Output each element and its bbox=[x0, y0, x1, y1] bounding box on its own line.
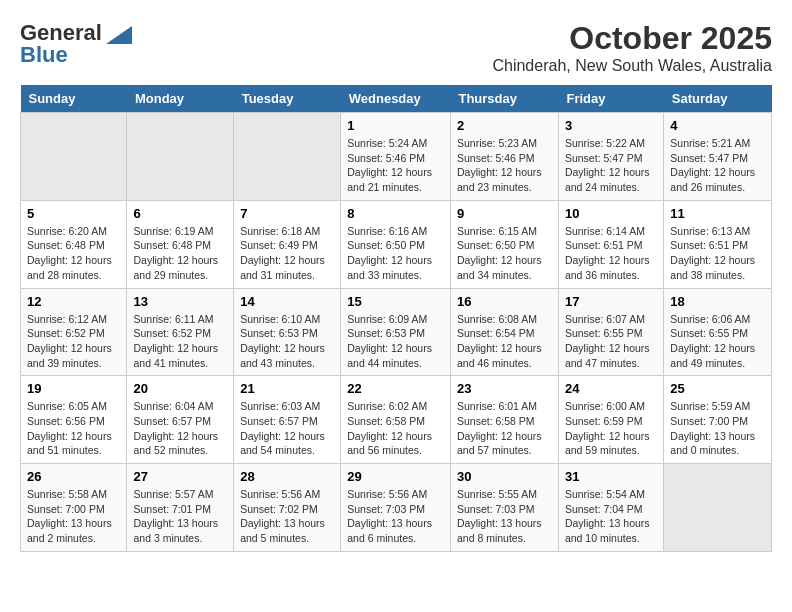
day-info: Sunrise: 6:07 AM Sunset: 6:55 PM Dayligh… bbox=[565, 312, 657, 371]
weekday-header-wednesday: Wednesday bbox=[341, 85, 451, 113]
day-info: Sunrise: 6:08 AM Sunset: 6:54 PM Dayligh… bbox=[457, 312, 552, 371]
weekday-header-friday: Friday bbox=[558, 85, 663, 113]
day-number: 28 bbox=[240, 469, 334, 484]
day-number: 2 bbox=[457, 118, 552, 133]
day-info: Sunrise: 5:57 AM Sunset: 7:01 PM Dayligh… bbox=[133, 487, 227, 546]
calendar-cell: 2Sunrise: 5:23 AM Sunset: 5:46 PM Daylig… bbox=[450, 113, 558, 201]
day-number: 17 bbox=[565, 294, 657, 309]
calendar-cell: 9Sunrise: 6:15 AM Sunset: 6:50 PM Daylig… bbox=[450, 200, 558, 288]
calendar-cell: 31Sunrise: 5:54 AM Sunset: 7:04 PM Dayli… bbox=[558, 464, 663, 552]
day-info: Sunrise: 6:19 AM Sunset: 6:48 PM Dayligh… bbox=[133, 224, 227, 283]
calendar-cell: 28Sunrise: 5:56 AM Sunset: 7:02 PM Dayli… bbox=[234, 464, 341, 552]
day-info: Sunrise: 6:09 AM Sunset: 6:53 PM Dayligh… bbox=[347, 312, 444, 371]
day-info: Sunrise: 6:03 AM Sunset: 6:57 PM Dayligh… bbox=[240, 399, 334, 458]
weekday-header-row: SundayMondayTuesdayWednesdayThursdayFrid… bbox=[21, 85, 772, 113]
logo: General Blue bbox=[20, 20, 134, 68]
day-number: 24 bbox=[565, 381, 657, 396]
day-number: 22 bbox=[347, 381, 444, 396]
day-number: 8 bbox=[347, 206, 444, 221]
day-info: Sunrise: 5:21 AM Sunset: 5:47 PM Dayligh… bbox=[670, 136, 765, 195]
day-number: 4 bbox=[670, 118, 765, 133]
calendar-week-3: 12Sunrise: 6:12 AM Sunset: 6:52 PM Dayli… bbox=[21, 288, 772, 376]
weekday-header-thursday: Thursday bbox=[450, 85, 558, 113]
day-info: Sunrise: 5:23 AM Sunset: 5:46 PM Dayligh… bbox=[457, 136, 552, 195]
day-info: Sunrise: 6:14 AM Sunset: 6:51 PM Dayligh… bbox=[565, 224, 657, 283]
day-number: 12 bbox=[27, 294, 120, 309]
day-number: 6 bbox=[133, 206, 227, 221]
calendar-cell: 19Sunrise: 6:05 AM Sunset: 6:56 PM Dayli… bbox=[21, 376, 127, 464]
day-info: Sunrise: 6:12 AM Sunset: 6:52 PM Dayligh… bbox=[27, 312, 120, 371]
day-number: 5 bbox=[27, 206, 120, 221]
day-number: 14 bbox=[240, 294, 334, 309]
calendar-cell: 23Sunrise: 6:01 AM Sunset: 6:58 PM Dayli… bbox=[450, 376, 558, 464]
page-subtitle: Chinderah, New South Wales, Australia bbox=[492, 57, 772, 75]
calendar-cell: 17Sunrise: 6:07 AM Sunset: 6:55 PM Dayli… bbox=[558, 288, 663, 376]
logo-icon bbox=[104, 22, 134, 44]
calendar-cell bbox=[21, 113, 127, 201]
day-info: Sunrise: 6:18 AM Sunset: 6:49 PM Dayligh… bbox=[240, 224, 334, 283]
day-info: Sunrise: 6:16 AM Sunset: 6:50 PM Dayligh… bbox=[347, 224, 444, 283]
day-info: Sunrise: 6:10 AM Sunset: 6:53 PM Dayligh… bbox=[240, 312, 334, 371]
calendar-cell: 11Sunrise: 6:13 AM Sunset: 6:51 PM Dayli… bbox=[664, 200, 772, 288]
calendar-week-5: 26Sunrise: 5:58 AM Sunset: 7:00 PM Dayli… bbox=[21, 464, 772, 552]
day-number: 3 bbox=[565, 118, 657, 133]
day-number: 26 bbox=[27, 469, 120, 484]
page-title: October 2025 bbox=[492, 20, 772, 57]
day-info: Sunrise: 6:06 AM Sunset: 6:55 PM Dayligh… bbox=[670, 312, 765, 371]
day-number: 10 bbox=[565, 206, 657, 221]
calendar-cell bbox=[664, 464, 772, 552]
day-number: 9 bbox=[457, 206, 552, 221]
day-number: 30 bbox=[457, 469, 552, 484]
day-info: Sunrise: 6:13 AM Sunset: 6:51 PM Dayligh… bbox=[670, 224, 765, 283]
calendar-cell: 3Sunrise: 5:22 AM Sunset: 5:47 PM Daylig… bbox=[558, 113, 663, 201]
calendar-cell: 15Sunrise: 6:09 AM Sunset: 6:53 PM Dayli… bbox=[341, 288, 451, 376]
calendar-cell: 14Sunrise: 6:10 AM Sunset: 6:53 PM Dayli… bbox=[234, 288, 341, 376]
calendar-cell: 18Sunrise: 6:06 AM Sunset: 6:55 PM Dayli… bbox=[664, 288, 772, 376]
title-section: October 2025 Chinderah, New South Wales,… bbox=[492, 20, 772, 75]
weekday-header-tuesday: Tuesday bbox=[234, 85, 341, 113]
calendar-table: SundayMondayTuesdayWednesdayThursdayFrid… bbox=[20, 85, 772, 552]
calendar-cell: 1Sunrise: 5:24 AM Sunset: 5:46 PM Daylig… bbox=[341, 113, 451, 201]
day-info: Sunrise: 6:01 AM Sunset: 6:58 PM Dayligh… bbox=[457, 399, 552, 458]
calendar-cell: 20Sunrise: 6:04 AM Sunset: 6:57 PM Dayli… bbox=[127, 376, 234, 464]
calendar-cell: 5Sunrise: 6:20 AM Sunset: 6:48 PM Daylig… bbox=[21, 200, 127, 288]
calendar-cell: 25Sunrise: 5:59 AM Sunset: 7:00 PM Dayli… bbox=[664, 376, 772, 464]
day-info: Sunrise: 6:15 AM Sunset: 6:50 PM Dayligh… bbox=[457, 224, 552, 283]
calendar-week-1: 1Sunrise: 5:24 AM Sunset: 5:46 PM Daylig… bbox=[21, 113, 772, 201]
calendar-cell: 13Sunrise: 6:11 AM Sunset: 6:52 PM Dayli… bbox=[127, 288, 234, 376]
day-info: Sunrise: 5:58 AM Sunset: 7:00 PM Dayligh… bbox=[27, 487, 120, 546]
weekday-header-monday: Monday bbox=[127, 85, 234, 113]
svg-marker-0 bbox=[106, 26, 132, 44]
day-number: 20 bbox=[133, 381, 227, 396]
calendar-cell: 7Sunrise: 6:18 AM Sunset: 6:49 PM Daylig… bbox=[234, 200, 341, 288]
calendar-cell: 21Sunrise: 6:03 AM Sunset: 6:57 PM Dayli… bbox=[234, 376, 341, 464]
day-number: 29 bbox=[347, 469, 444, 484]
day-info: Sunrise: 6:11 AM Sunset: 6:52 PM Dayligh… bbox=[133, 312, 227, 371]
day-number: 31 bbox=[565, 469, 657, 484]
weekday-header-sunday: Sunday bbox=[21, 85, 127, 113]
day-info: Sunrise: 6:02 AM Sunset: 6:58 PM Dayligh… bbox=[347, 399, 444, 458]
day-number: 16 bbox=[457, 294, 552, 309]
calendar-cell: 29Sunrise: 5:56 AM Sunset: 7:03 PM Dayli… bbox=[341, 464, 451, 552]
calendar-cell: 26Sunrise: 5:58 AM Sunset: 7:00 PM Dayli… bbox=[21, 464, 127, 552]
day-info: Sunrise: 5:22 AM Sunset: 5:47 PM Dayligh… bbox=[565, 136, 657, 195]
day-info: Sunrise: 5:54 AM Sunset: 7:04 PM Dayligh… bbox=[565, 487, 657, 546]
day-number: 19 bbox=[27, 381, 120, 396]
day-info: Sunrise: 6:05 AM Sunset: 6:56 PM Dayligh… bbox=[27, 399, 120, 458]
logo-blue: Blue bbox=[20, 42, 68, 68]
calendar-cell bbox=[234, 113, 341, 201]
calendar-cell: 24Sunrise: 6:00 AM Sunset: 6:59 PM Dayli… bbox=[558, 376, 663, 464]
day-number: 1 bbox=[347, 118, 444, 133]
day-number: 7 bbox=[240, 206, 334, 221]
day-number: 15 bbox=[347, 294, 444, 309]
calendar-cell: 27Sunrise: 5:57 AM Sunset: 7:01 PM Dayli… bbox=[127, 464, 234, 552]
calendar-week-4: 19Sunrise: 6:05 AM Sunset: 6:56 PM Dayli… bbox=[21, 376, 772, 464]
day-number: 13 bbox=[133, 294, 227, 309]
calendar-cell: 22Sunrise: 6:02 AM Sunset: 6:58 PM Dayli… bbox=[341, 376, 451, 464]
day-info: Sunrise: 6:00 AM Sunset: 6:59 PM Dayligh… bbox=[565, 399, 657, 458]
day-number: 25 bbox=[670, 381, 765, 396]
day-info: Sunrise: 5:24 AM Sunset: 5:46 PM Dayligh… bbox=[347, 136, 444, 195]
calendar-cell: 16Sunrise: 6:08 AM Sunset: 6:54 PM Dayli… bbox=[450, 288, 558, 376]
calendar-cell: 6Sunrise: 6:19 AM Sunset: 6:48 PM Daylig… bbox=[127, 200, 234, 288]
calendar-cell: 10Sunrise: 6:14 AM Sunset: 6:51 PM Dayli… bbox=[558, 200, 663, 288]
